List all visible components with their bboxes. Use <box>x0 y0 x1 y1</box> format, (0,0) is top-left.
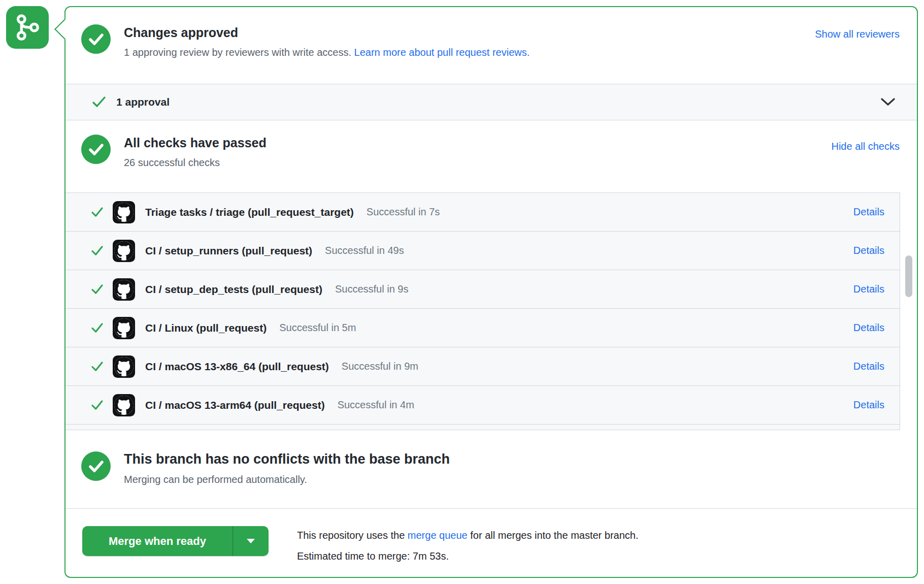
check-status: Successful in 4m <box>338 399 414 411</box>
approval-check-icon <box>91 95 107 109</box>
approved-check-icon <box>81 24 111 54</box>
merge-queue-line-post: for all merges into the master branch. <box>468 530 639 541</box>
check-status: Successful in 49s <box>325 245 404 256</box>
check-name: Triage tasks / triage (pull_request_targ… <box>145 206 354 218</box>
conflicts-section: This branch has no conflicts with the ba… <box>65 430 917 508</box>
check-row: CI / macOS 13-arm64 (pull_request) Succe… <box>65 386 900 425</box>
checks-subtitle: 26 successful checks <box>124 155 267 170</box>
git-merge-badge <box>6 6 49 49</box>
dropdown-caret-icon <box>247 539 255 543</box>
check-row: CI / setup_runners (pull_request) Succes… <box>65 232 900 270</box>
github-actions-icon <box>113 201 135 223</box>
git-merge-icon <box>14 14 41 41</box>
check-status: Successful in 9m <box>342 361 418 372</box>
checks-list: Triage tasks / triage (pull_request_targ… <box>65 192 917 430</box>
merge-options-toggle[interactable] <box>233 526 269 556</box>
pr-merge-box: Changes approved 1 approving review by r… <box>0 0 924 584</box>
learn-more-link[interactable]: Learn more about pull request reviews. <box>354 47 530 58</box>
check-status: Successful in 5m <box>279 322 356 334</box>
scrollbar-thumb[interactable] <box>905 255 912 297</box>
details-link[interactable]: Details <box>853 361 884 372</box>
success-check-icon <box>90 245 104 257</box>
check-name: CI / macOS 13-x86_64 (pull_request) <box>145 361 329 373</box>
success-check-icon <box>90 322 104 334</box>
approval-summary-label: 1 approval <box>116 96 170 108</box>
check-status: Successful in 7s <box>367 206 440 218</box>
check-name: CI / setup_dep_tests (pull_request) <box>145 283 322 296</box>
github-actions-icon <box>113 394 135 416</box>
check-row: CI / setup_dep_tests (pull_request) Succ… <box>65 270 900 309</box>
partial-check-row <box>65 425 900 430</box>
details-link[interactable]: Details <box>853 245 884 256</box>
merge-info: This repository uses the merge queue for… <box>297 526 639 569</box>
hide-all-checks-link[interactable]: Hide all checks <box>831 141 900 152</box>
approval-summary-row[interactable]: 1 approval <box>65 84 917 120</box>
details-link[interactable]: Details <box>853 322 884 334</box>
github-actions-icon <box>113 278 135 301</box>
success-check-icon <box>90 206 104 218</box>
merge-queue-link[interactable]: merge queue <box>408 530 468 541</box>
merge-status-card: Changes approved 1 approving review by r… <box>64 6 918 578</box>
check-name: CI / Linux (pull_request) <box>145 322 267 334</box>
merge-queue-line: This repository uses the merge queue for… <box>297 528 639 543</box>
checks-text: All checks have passed 26 successful che… <box>124 135 267 170</box>
checks-title: All checks have passed <box>124 136 267 150</box>
checks-section: All checks have passed 26 successful che… <box>65 120 917 192</box>
github-actions-icon <box>113 317 135 339</box>
checks-passed-icon <box>81 135 111 164</box>
check-name: CI / macOS 13-arm64 (pull_request) <box>145 399 325 411</box>
review-section: Changes approved 1 approving review by r… <box>65 7 917 84</box>
check-row: CI / Linux (pull_request) Successful in … <box>65 309 900 347</box>
merge-when-ready-button[interactable]: Merge when ready <box>82 526 269 556</box>
merge-button-label[interactable]: Merge when ready <box>82 526 233 556</box>
checks-rows: Triage tasks / triage (pull_request_targ… <box>65 192 900 430</box>
conflicts-subtitle: Merging can be performed automatically. <box>124 472 450 486</box>
github-actions-icon <box>113 355 135 378</box>
review-title: Changes approved <box>124 25 530 40</box>
review-subtitle-text: 1 approving review by reviewers with wri… <box>124 47 351 58</box>
no-conflicts-check-icon <box>81 451 111 481</box>
github-actions-icon <box>113 240 135 262</box>
details-link[interactable]: Details <box>853 283 884 295</box>
check-row: Triage tasks / triage (pull_request_targ… <box>65 193 900 232</box>
merge-estimate: Estimated time to merge: 7m 53s. <box>297 548 639 564</box>
show-all-reviewers-link[interactable]: Show all reviewers <box>815 28 900 40</box>
details-link[interactable]: Details <box>853 206 884 218</box>
merge-bar: Merge when ready This repository uses th… <box>65 508 917 569</box>
merge-queue-line-pre: This repository uses the <box>297 530 408 541</box>
details-link[interactable]: Details <box>853 399 884 411</box>
conflicts-title: This branch has no conflicts with the ba… <box>124 451 450 467</box>
success-check-icon <box>90 399 104 411</box>
success-check-icon <box>90 283 104 296</box>
success-check-icon <box>90 361 104 373</box>
conflicts-text: This branch has no conflicts with the ba… <box>124 451 450 486</box>
chevron-down-icon[interactable] <box>880 98 896 107</box>
review-text: Changes approved 1 approving review by r… <box>124 24 530 59</box>
review-subtitle: 1 approving review by reviewers with wri… <box>124 45 530 59</box>
check-row: CI / macOS 13-x86_64 (pull_request) Succ… <box>65 347 900 386</box>
check-name: CI / setup_runners (pull_request) <box>145 245 312 257</box>
check-status: Successful in 9s <box>335 283 409 295</box>
